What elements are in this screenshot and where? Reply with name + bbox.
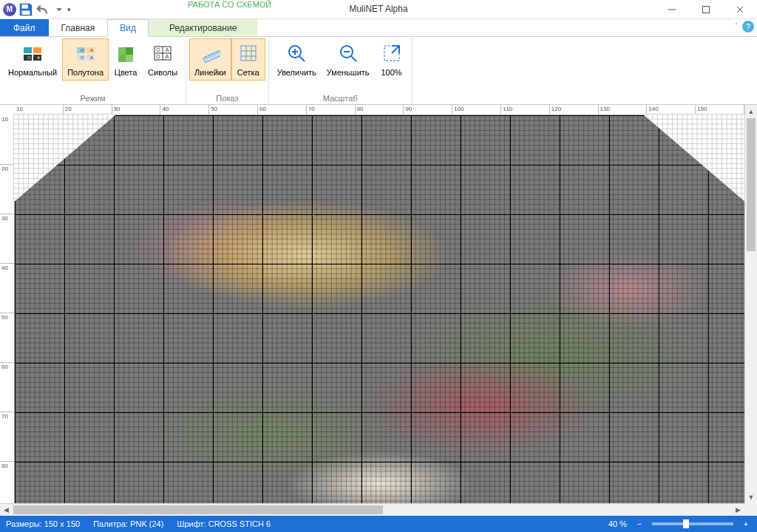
quick-access-toolbar: M ⏷ ▾ <box>0 1 71 18</box>
maximize-button[interactable] <box>689 0 723 19</box>
app-title: MuliNET Alpha <box>349 4 407 14</box>
titlebar: M ⏷ ▾ РАБОТА СО СХЕМОЙ MuliNET Alpha <box>0 0 757 19</box>
ribbon-group-show: Линейки Сетка Показ <box>186 37 269 104</box>
svg-line-43 <box>299 56 305 61</box>
scroll-thumb[interactable] <box>13 505 383 514</box>
window-controls <box>655 0 757 19</box>
contextual-tab-header: РАБОТА СО СХЕМОЙ <box>158 0 301 10</box>
ribbon-group-mode: OA Нормальный OAOA Полутона Цвета OAOA С… <box>0 37 186 104</box>
qat-customize-icon[interactable]: ⏷ <box>56 6 63 13</box>
scrollbar-corner <box>744 503 757 516</box>
svg-text:O: O <box>81 48 84 52</box>
svg-rect-23 <box>126 55 133 62</box>
undo-button[interactable] <box>35 1 52 18</box>
svg-text:O: O <box>156 47 160 52</box>
status-palette: Палитра: PNK (24) <box>93 519 163 528</box>
svg-rect-31 <box>203 50 220 62</box>
scroll-up-icon[interactable]: ▲ <box>745 105 757 117</box>
canvas-area: 102030405060708090100110120130140150 102… <box>0 105 757 516</box>
zoom-out-label: Уменьшить <box>327 68 370 78</box>
svg-rect-37 <box>241 46 256 61</box>
ruler-vertical: 1020304050607080 <box>0 115 15 503</box>
ribbon-group-zoom: Увеличить Уменьшить 100% Масштаб <box>269 37 413 104</box>
zoom-minus-button[interactable]: − <box>634 519 645 528</box>
zoom-in-button[interactable]: Увеличить <box>272 38 322 81</box>
svg-text:A: A <box>90 55 93 60</box>
mode-normal-button[interactable]: OA Нормальный <box>3 38 62 81</box>
mode-halftone-icon: OAOA <box>74 41 98 65</box>
zoom-100-button[interactable]: 100% <box>375 38 409 81</box>
scroll-right-icon[interactable]: ▶ <box>732 504 744 516</box>
svg-text:O: O <box>27 55 31 60</box>
mode-symbols-label: Сиволы <box>148 68 177 78</box>
svg-rect-7 <box>33 47 41 53</box>
grid-bold <box>15 115 744 503</box>
mode-halftone-button[interactable]: OAOA Полутона <box>62 38 109 81</box>
mode-symbols-icon: OAOA <box>151 41 174 65</box>
minimize-button[interactable] <box>655 0 689 19</box>
zoom-slider-knob[interactable] <box>683 519 689 528</box>
ruler-icon <box>198 41 222 65</box>
scroll-thumb[interactable] <box>747 118 756 251</box>
svg-text:A: A <box>166 54 169 59</box>
ribbon-group-mode-label: Режим <box>0 94 186 104</box>
scroll-down-icon[interactable]: ▼ <box>745 491 757 503</box>
svg-text:A: A <box>166 47 169 52</box>
ribbon-group-zoom-label: Масштаб <box>269 94 412 104</box>
zoom-in-icon <box>285 41 308 65</box>
zoom-100-label: 100% <box>381 68 401 78</box>
tab-view[interactable]: Вид <box>107 19 149 37</box>
mode-colors-icon <box>114 41 138 65</box>
scrollbar-vertical[interactable]: ▲ ▼ <box>744 105 757 503</box>
svg-rect-22 <box>118 55 126 62</box>
zoom-value: 40 % <box>608 519 627 528</box>
svg-rect-3 <box>703 7 710 13</box>
tab-edit[interactable]: Редактирование <box>149 19 257 36</box>
svg-rect-20 <box>118 47 126 55</box>
svg-line-47 <box>351 56 356 61</box>
ribbon: OA Нормальный OAOA Полутона Цвета OAOA С… <box>0 37 757 105</box>
stitch-grid[interactable] <box>15 115 744 503</box>
mode-colors-label: Цвета <box>115 68 138 78</box>
tab-home[interactable]: Главная <box>49 19 108 36</box>
qat-dropdown-icon[interactable]: ▾ <box>67 6 71 13</box>
contextual-title: РАБОТА СО СХЕМОЙ <box>158 0 301 10</box>
status-bar: Размеры: 150 x 150 Палитра: PNK (24) Шри… <box>0 516 757 532</box>
svg-line-50 <box>392 47 398 53</box>
zoom-slider[interactable] <box>652 522 733 525</box>
help-icon[interactable]: ? <box>742 21 754 33</box>
close-button[interactable] <box>723 0 757 19</box>
app-logo-icon: M <box>3 3 16 16</box>
scrollbar-horizontal[interactable]: ◀ ▶ <box>0 503 744 516</box>
rulers-button[interactable]: Линейки <box>189 38 231 81</box>
svg-text:A: A <box>90 48 93 52</box>
collapse-ribbon-icon[interactable]: ˆ <box>735 22 738 31</box>
scroll-left-icon[interactable]: ◀ <box>0 504 13 516</box>
mode-colors-button[interactable]: Цвета <box>109 38 143 81</box>
zoom-plus-button[interactable]: + <box>741 519 751 528</box>
status-dimensions: Размеры: 150 x 150 <box>6 519 80 528</box>
grid-label: Сетка <box>237 68 259 78</box>
svg-text:A: A <box>37 55 40 60</box>
ribbon-group-show-label: Показ <box>186 94 268 104</box>
mode-normal-icon: OA <box>21 41 44 65</box>
mode-normal-label: Нормальный <box>8 68 57 78</box>
grid-button[interactable]: Сетка <box>231 38 265 81</box>
grid-icon <box>237 41 260 65</box>
status-font: Шрифт: CROSS STICH 6 <box>177 519 271 528</box>
ruler-horizontal: 102030405060708090100110120130140150 <box>15 105 744 115</box>
save-button[interactable] <box>18 1 34 18</box>
zoom-in-label: Увеличить <box>277 68 316 78</box>
zoom-100-icon <box>380 41 404 65</box>
rulers-label: Линейки <box>194 68 226 78</box>
svg-rect-21 <box>126 47 133 55</box>
svg-rect-0 <box>22 4 28 9</box>
canvas[interactable]: 102030405060708090100110120130140150 102… <box>0 105 744 503</box>
svg-text:O: O <box>156 54 160 59</box>
zoom-out-button[interactable]: Уменьшить <box>322 38 375 81</box>
svg-rect-6 <box>24 47 32 53</box>
file-tab[interactable]: Файл <box>0 19 49 36</box>
mode-symbols-button[interactable]: OAOA Сиволы <box>143 38 183 81</box>
svg-rect-1 <box>22 10 30 15</box>
mode-halftone-label: Полутона <box>67 68 103 78</box>
